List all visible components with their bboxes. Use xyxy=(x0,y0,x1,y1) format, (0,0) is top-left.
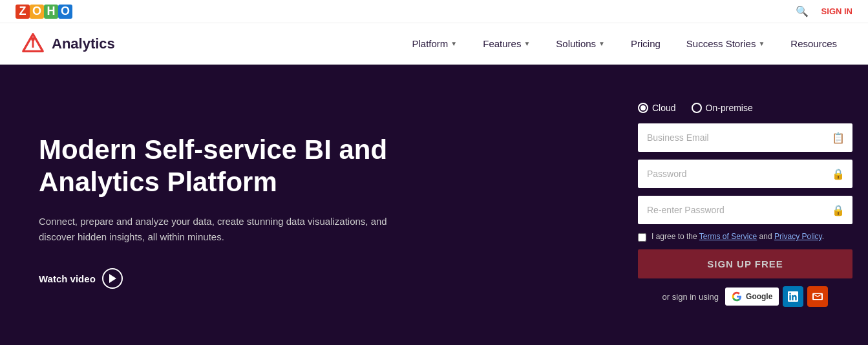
cloud-radio-option[interactable]: Cloud xyxy=(638,103,676,113)
linkedin-signin-button[interactable] xyxy=(783,286,803,307)
brand-name: Analytics xyxy=(52,36,115,52)
play-circle-icon xyxy=(102,268,123,289)
search-icon[interactable]: 🔍 xyxy=(796,5,809,17)
google-label: Google xyxy=(746,292,772,301)
email-icon: 📋 xyxy=(832,132,845,144)
brand[interactable]: Analytics xyxy=(21,32,115,56)
chevron-down-icon: ▼ xyxy=(758,40,765,47)
signup-button[interactable]: SIGN UP FREE xyxy=(638,249,852,278)
office-icon xyxy=(812,291,823,302)
google-signin-button[interactable]: Google xyxy=(725,288,779,306)
zoho-z: Z xyxy=(16,5,30,19)
chevron-down-icon: ▼ xyxy=(598,40,605,47)
hosting-radio-group: Cloud On-premise xyxy=(638,103,852,113)
sign-in-link[interactable]: SIGN IN xyxy=(821,6,852,16)
nav-item-features[interactable]: Features ▼ xyxy=(472,33,540,54)
reenter-password-icon: 🔒 xyxy=(832,204,845,216)
top-right: 🔍 SIGN IN xyxy=(796,5,852,17)
email-input-wrap: 📋 xyxy=(638,123,852,152)
terms-text: I agree to the Terms of Service and Priv… xyxy=(651,232,824,241)
nav-item-resources[interactable]: Resources xyxy=(780,33,847,54)
hero-section: Modern Self-service BI and Analytics Pla… xyxy=(0,65,868,345)
reenter-password-input-wrap: 🔒 xyxy=(638,196,852,224)
hero-left: Modern Self-service BI and Analytics Pla… xyxy=(0,65,622,345)
hero-title: Modern Self-service BI and Analytics Pla… xyxy=(39,134,427,199)
nav-item-success-stories[interactable]: Success Stories ▼ xyxy=(676,33,775,54)
password-input-wrap: 🔒 xyxy=(638,160,852,188)
onpremise-radio-option[interactable]: On-premise xyxy=(692,103,753,113)
cloud-radio-icon xyxy=(638,103,648,113)
onpremise-radio-icon xyxy=(692,103,702,113)
reenter-password-input[interactable] xyxy=(638,196,852,224)
linkedin-icon xyxy=(788,291,798,302)
terms-link[interactable]: Terms of Service xyxy=(699,232,757,241)
cloud-label: Cloud xyxy=(652,103,676,113)
or-sign-in-label: or sign in using xyxy=(662,292,719,302)
play-triangle-icon xyxy=(109,274,116,283)
zoho-o1: O xyxy=(30,5,44,19)
social-buttons: Google xyxy=(725,286,828,307)
hero-subtitle: Connect, prepare and analyze your data, … xyxy=(39,214,401,245)
chevron-down-icon: ▼ xyxy=(524,40,530,47)
email-input[interactable] xyxy=(638,123,852,152)
google-icon xyxy=(732,291,742,302)
nav-item-solutions[interactable]: Solutions ▼ xyxy=(545,33,615,54)
watch-video-label: Watch video xyxy=(39,273,96,284)
zoho-logo[interactable]: Z O H O xyxy=(16,5,72,19)
password-icon: 🔒 xyxy=(832,168,845,180)
svg-point-2 xyxy=(31,37,35,41)
onpremise-label: On-premise xyxy=(706,103,753,113)
terms-checkbox[interactable] xyxy=(638,233,646,242)
watch-video-button[interactable]: Watch video xyxy=(39,268,584,289)
top-bar: Z O H O 🔍 SIGN IN xyxy=(0,0,868,23)
terms-row: I agree to the Terms of Service and Priv… xyxy=(638,232,852,242)
nav-bar: Analytics Platform ▼ Features ▼ Solution… xyxy=(0,23,868,65)
password-input[interactable] xyxy=(638,160,852,188)
or-sign-in-row: or sign in using Google xyxy=(638,286,852,307)
zoho-o2: O xyxy=(58,5,72,19)
privacy-link[interactable]: Privacy Policy xyxy=(774,232,822,241)
chevron-down-icon: ▼ xyxy=(450,40,457,47)
office-signin-button[interactable] xyxy=(807,286,828,307)
nav-links: Platform ▼ Features ▼ Solutions ▼ Pricin… xyxy=(401,33,847,54)
nav-item-platform[interactable]: Platform ▼ xyxy=(401,33,467,54)
analytics-logo-icon xyxy=(21,32,45,56)
zoho-h: H xyxy=(44,5,58,19)
nav-item-pricing[interactable]: Pricing xyxy=(620,33,671,54)
hero-form: Cloud On-premise 📋 🔒 🔒 I agree to xyxy=(622,65,868,345)
